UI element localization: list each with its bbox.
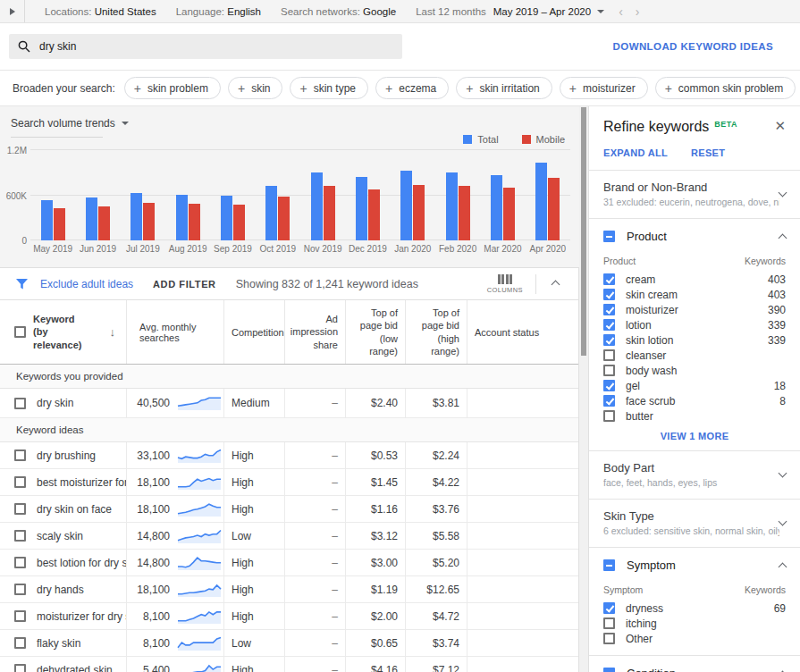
legend-label: Mobile: [536, 134, 565, 145]
refine-group-body-part[interactable]: Body Partface, feet, hands, eyes, lips: [603, 451, 786, 490]
item-checkbox[interactable]: [603, 273, 615, 285]
keyword-text: best lotion for dry skin: [37, 557, 127, 569]
reset-link[interactable]: RESET: [691, 147, 725, 158]
item-checkbox[interactable]: [603, 633, 615, 644]
item-checkbox[interactable]: [603, 602, 615, 614]
searches-cell: 8,100: [127, 630, 224, 656]
bid-high-cell: $4.72: [406, 603, 467, 629]
keyword-search-input[interactable]: dry skin: [9, 34, 402, 59]
row-checkbox[interactable]: [14, 637, 26, 649]
column-header-account-status[interactable]: Account status: [467, 300, 578, 364]
search-row: dry skin DOWNLOAD KEYWORD IDEAS: [0, 23, 800, 71]
table-row: dry brushing33,100High–$0.53$2.24: [0, 442, 578, 469]
column-header-bid-high[interactable]: Top of page bid (high range): [406, 300, 467, 364]
chip-label: skin irritation: [479, 82, 539, 95]
group-column-name: Symptom: [603, 584, 643, 595]
collapse-table-button[interactable]: [536, 278, 568, 290]
broaden-chip-eczema[interactable]: +eczema: [375, 77, 449, 99]
bar-mobile: [413, 185, 425, 240]
chip-label: skin: [251, 82, 270, 95]
table-row: dehydrated skin5,400High–$4.16$7.12: [0, 657, 578, 672]
item-checkbox[interactable]: [603, 410, 615, 422]
account-status-cell: [467, 442, 578, 468]
group-indeterminate-checkbox[interactable]: [603, 668, 615, 672]
trends-dropdown[interactable]: Search volume trends: [0, 106, 134, 130]
broaden-chip-skin-problem[interactable]: +skin problem: [124, 77, 221, 99]
date-range-dropdown[interactable]: Last 12 months May 2019 – Apr 2020: [416, 6, 604, 17]
ad-share-cell: –: [285, 630, 346, 656]
row-checkbox[interactable]: [14, 557, 26, 568]
download-keyword-ideas-link[interactable]: DOWNLOAD KEYWORD IDEAS: [613, 41, 773, 52]
row-checkbox[interactable]: [14, 664, 26, 672]
setting-language[interactable]: Language: English: [176, 6, 261, 17]
broaden-chip-skin[interactable]: +skin: [228, 77, 283, 99]
refine-group-product[interactable]: Product: [603, 219, 786, 245]
bid-low-cell: $0.53: [346, 442, 406, 468]
setting-locations[interactable]: Locations: United States: [45, 6, 156, 17]
trend-sparkline: [177, 582, 222, 598]
account-status-cell: [467, 630, 578, 656]
view-more-link[interactable]: VIEW 1 MORE: [603, 431, 786, 441]
bar-mobile: [368, 189, 380, 240]
row-checkbox[interactable]: [14, 530, 26, 542]
ad-share-cell: –: [285, 469, 346, 495]
expand-nav-button[interactable]: [0, 0, 25, 22]
group-indeterminate-checkbox[interactable]: [603, 559, 615, 571]
item-checkbox[interactable]: [603, 334, 615, 346]
table-row: scaly skin14,800Low–$3.12$5.58: [0, 523, 578, 550]
y-axis-label: 0: [5, 236, 27, 246]
broaden-chip-skin-irritation[interactable]: +skin irritation: [456, 77, 552, 99]
item-checkbox[interactable]: [603, 349, 615, 361]
ad-share-cell: –: [285, 550, 346, 575]
close-icon[interactable]: ✕: [774, 119, 786, 132]
item-checkbox[interactable]: [603, 319, 615, 331]
bar-mobile: [143, 203, 155, 240]
trend-sparkline: [177, 662, 222, 672]
item-checkbox[interactable]: [603, 365, 615, 376]
trend-sparkline: [177, 528, 222, 544]
refine-group-symptom[interactable]: Symptom: [603, 548, 786, 574]
column-header-bid-low[interactable]: Top of page bid (low range): [346, 300, 406, 364]
row-checkbox[interactable]: [14, 610, 26, 622]
broaden-chip-moisturizer[interactable]: +moisturizer: [560, 77, 648, 99]
row-checkbox[interactable]: [14, 503, 26, 515]
refine-group-brand-or-non-brand[interactable]: Brand or Non-Brand31 excluded: eucerin, …: [603, 171, 786, 209]
item-checkbox[interactable]: [603, 617, 615, 629]
expand-all-link[interactable]: EXPAND ALL: [603, 147, 668, 158]
select-all-checkbox[interactable]: [14, 326, 26, 338]
account-status-cell: [467, 389, 578, 417]
item-checkbox[interactable]: [603, 304, 615, 315]
exclude-adult-ideas-link[interactable]: Exclude adult ideas: [40, 278, 133, 290]
row-checkbox[interactable]: [14, 476, 26, 488]
broaden-chip-common-skin-problem[interactable]: +common skin problem: [655, 77, 796, 99]
broaden-chip-skin-type[interactable]: +skin type: [290, 77, 368, 99]
columns-button[interactable]: COLUMNS: [487, 274, 535, 294]
table-section-provided: Keywords you provided: [0, 365, 578, 389]
account-status-cell: [467, 576, 578, 602]
sort-descending-icon[interactable]: ↓: [110, 325, 120, 339]
column-header-ad-share[interactable]: Ad impression share: [285, 300, 346, 364]
setting-networks[interactable]: Search networks: Google: [281, 6, 396, 17]
column-header-keyword[interactable]: Keyword (by relevance) ↓: [0, 300, 127, 364]
add-filter-button[interactable]: ADD FILTER: [153, 279, 216, 290]
row-checkbox[interactable]: [14, 398, 26, 409]
legend-item-total: Total: [463, 134, 498, 145]
refine-group-skin-type[interactable]: Skin Type6 excluded: sensitive skin, nor…: [603, 500, 786, 538]
column-header-competition[interactable]: Competition: [224, 300, 285, 364]
row-checkbox[interactable]: [14, 584, 26, 595]
group-indeterminate-checkbox[interactable]: [603, 231, 615, 242]
bar-group-Nov-2019: [300, 150, 345, 240]
prev-period-button[interactable]: ‹: [619, 4, 623, 19]
bar-total: [86, 197, 97, 240]
vertical-scrollbar[interactable]: [579, 106, 588, 672]
item-checkbox[interactable]: [603, 395, 615, 407]
item-checkbox[interactable]: [603, 289, 615, 300]
scrollbar-thumb[interactable]: [581, 107, 586, 356]
next-period-button[interactable]: ›: [636, 4, 640, 19]
row-checkbox[interactable]: [14, 449, 26, 461]
trend-sparkline: [177, 475, 222, 491]
item-checkbox[interactable]: [603, 380, 615, 391]
column-header-searches[interactable]: Avg. monthly searches: [127, 300, 224, 364]
refine-group-condition[interactable]: Condition: [603, 656, 786, 672]
keyword-cell: dehydrated skin: [0, 657, 127, 672]
